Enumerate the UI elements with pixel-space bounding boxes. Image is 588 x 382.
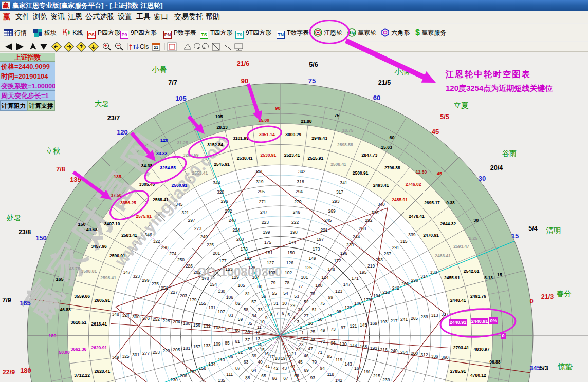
svg-text:71: 71: [318, 350, 323, 355]
svg-text:196: 196: [340, 251, 347, 256]
svg-text:90: 90: [275, 106, 280, 111]
svg-text:216: 216: [380, 347, 388, 352]
svg-text:2746.02: 2746.02: [406, 182, 421, 187]
svg-text:24: 24: [300, 336, 305, 341]
svg-text:2448.41: 2448.41: [450, 298, 466, 303]
svg-text:70: 70: [312, 359, 317, 365]
svg-text:3661.36: 3661.36: [70, 347, 86, 352]
svg-text:158: 158: [199, 366, 206, 371]
svg-text:251: 251: [161, 285, 168, 291]
svg-text:134: 134: [208, 361, 215, 367]
svg-text:2793.41: 2793.41: [453, 345, 469, 350]
svg-text:2530.91: 2530.91: [261, 152, 277, 158]
svg-text:0: 0: [529, 297, 533, 305]
svg-text:155: 155: [199, 301, 206, 306]
svg-text:120: 120: [340, 341, 347, 347]
svg-text:2568.41: 2568.41: [153, 197, 169, 202]
svg-text:23: 23: [299, 342, 304, 347]
svg-text:2455.91: 2455.91: [444, 275, 460, 280]
svg-text:3051.14: 3051.14: [259, 132, 275, 137]
svg-text:197: 197: [317, 237, 324, 242]
svg-text:46.88: 46.88: [60, 307, 71, 312]
svg-text:342: 342: [298, 169, 305, 174]
svg-text:4830.97: 4830.97: [474, 347, 490, 352]
svg-text:67: 67: [283, 376, 288, 381]
svg-text:360: 360: [441, 355, 448, 360]
svg-text:110: 110: [218, 357, 225, 362]
svg-text:86: 86: [228, 354, 233, 359]
svg-text:3254.55: 3254.55: [160, 165, 176, 170]
svg-text:2463.41: 2463.41: [435, 253, 451, 258]
svg-text:336: 336: [431, 354, 438, 359]
svg-text:3457.96: 3457.96: [91, 244, 107, 249]
svg-text:215: 215: [373, 373, 380, 378]
svg-text:218: 218: [382, 290, 390, 295]
svg-text:244: 244: [353, 234, 360, 239]
svg-text:38: 38: [247, 346, 252, 351]
svg-text:269: 269: [328, 208, 336, 214]
svg-text:2440.91: 2440.91: [450, 320, 467, 325]
svg-text:72: 72: [320, 339, 325, 344]
svg-text:271: 271: [259, 199, 266, 204]
svg-text:266: 266: [401, 281, 409, 286]
svg-text:65: 65: [261, 373, 266, 378]
svg-text:318: 318: [297, 179, 304, 184]
svg-text:12: 12: [255, 330, 261, 335]
svg-text:63: 63: [244, 359, 249, 365]
svg-text:250: 250: [177, 257, 185, 262]
svg-text:大暑: 大暑: [95, 100, 109, 108]
svg-text:132: 132: [204, 323, 211, 329]
svg-text:346: 346: [145, 232, 152, 237]
svg-text:222: 222: [291, 220, 299, 225]
svg-text:43: 43: [282, 366, 287, 371]
svg-text:21.88: 21.88: [301, 119, 312, 124]
svg-text:3.13: 3.13: [484, 275, 493, 280]
svg-text:20: 20: [286, 354, 291, 359]
svg-text:21/3: 21/3: [541, 293, 554, 300]
svg-text:272: 272: [225, 208, 232, 214]
svg-text:229: 229: [162, 348, 170, 353]
svg-text:340: 340: [378, 202, 385, 207]
svg-text:168: 168: [360, 344, 367, 349]
svg-text:30: 30: [479, 175, 486, 182]
svg-text:96.88: 96.88: [489, 359, 501, 365]
svg-text:217: 217: [390, 318, 397, 323]
svg-text:12.50: 12.50: [416, 169, 427, 175]
svg-text:16: 16: [264, 351, 269, 356]
svg-text:50: 50: [318, 317, 323, 322]
svg-text:62: 62: [238, 350, 243, 355]
svg-text:2598.41: 2598.41: [100, 275, 116, 280]
svg-text:2500.91: 2500.91: [353, 170, 369, 176]
svg-text:226: 226: [186, 263, 193, 269]
svg-text:53: 53: [294, 294, 299, 299]
svg-text:195: 195: [359, 270, 366, 275]
svg-text:202: 202: [194, 270, 201, 275]
svg-text:2590.91: 2590.91: [109, 253, 125, 258]
svg-text:35: 35: [247, 321, 252, 326]
svg-text:惊蛰: 惊蛰: [558, 362, 573, 371]
svg-text:153: 153: [225, 266, 232, 272]
svg-text:145: 145: [360, 322, 367, 328]
svg-text:7/8: 7/8: [56, 166, 65, 173]
svg-text:316: 316: [371, 210, 378, 215]
svg-text:288: 288: [411, 351, 418, 356]
svg-text:290: 290: [411, 278, 418, 283]
svg-text:60: 60: [235, 328, 240, 333]
svg-text:277: 277: [142, 351, 150, 356]
svg-text:152: 152: [244, 256, 251, 261]
svg-text:2493.41: 2493.41: [373, 183, 389, 188]
svg-text:151: 151: [266, 250, 273, 255]
svg-text:3000.29: 3000.29: [285, 132, 301, 137]
svg-text:2560.91: 2560.91: [172, 183, 188, 188]
svg-text:175: 175: [264, 240, 271, 245]
svg-text:292: 292: [365, 218, 372, 223]
svg-text:1: 1: [301, 330, 304, 335]
svg-text:135: 135: [114, 174, 121, 179]
svg-text:55: 55: [272, 291, 277, 296]
svg-text:104: 104: [252, 275, 260, 280]
svg-text:9.38: 9.38: [446, 200, 455, 205]
svg-text:56: 56: [261, 294, 266, 299]
svg-text:205: 205: [173, 347, 180, 352]
svg-text:2: 2: [300, 324, 302, 330]
svg-text:127: 127: [267, 260, 274, 265]
